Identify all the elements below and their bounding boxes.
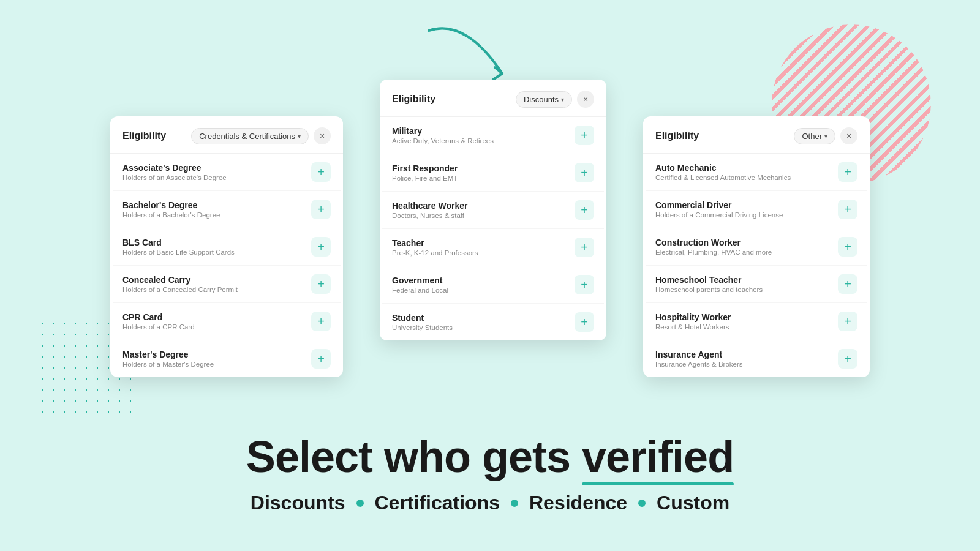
list-item: Healthcare Worker Doctors, Nurses & staf… [382,192,604,229]
item-title: Military [392,126,494,136]
add-item-button[interactable]: + [311,274,331,294]
list-item: Hospitality Worker Resort & Hotel Worker… [646,303,867,340]
item-text: Healthcare Worker Doctors, Nurses & staf… [392,201,467,219]
center-card-body: Military Active Duty, Veterans & Retiree… [380,117,606,340]
main-heading: Select who gets verified [0,432,980,482]
right-card-title: Eligibility [655,130,699,141]
item-title: Auto Mechanic [655,163,791,173]
item-text: CPR Card Holders of a CPR Card [123,312,195,331]
item-subtitle: Holders of a CPR Card [123,323,195,331]
sub-label-certifications: Certifications [375,492,500,514]
left-badge-button[interactable]: Credentials & Certifications ▾ [191,128,309,144]
list-item: Auto Mechanic Certified & Licensed Autom… [646,154,867,191]
right-card-controls: Other ▾ × [794,127,858,144]
center-badge-button[interactable]: Discounts ▾ [516,91,572,108]
item-title: Associate's Degree [123,163,227,173]
right-card-body: Auto Mechanic Certified & Licensed Autom… [643,154,870,377]
center-close-button[interactable]: × [577,91,594,108]
item-title: Concealed Carry [123,275,238,285]
item-title: Commercial Driver [655,200,783,210]
item-title: First Responder [392,163,458,173]
add-item-button[interactable]: + [838,349,858,369]
item-subtitle: Police, Fire and EMT [392,174,458,182]
bottom-area: Select who gets verified DiscountsCertif… [0,432,980,514]
item-text: Concealed Carry Holders of a Concealed C… [123,275,238,293]
list-item: Commercial Driver Holders of a Commercia… [646,191,867,228]
cards-area: Eligibility Credentials & Certifications… [0,80,980,377]
add-item-button[interactable]: + [575,275,594,294]
chevron-down-icon: ▾ [298,133,301,140]
chevron-down-icon: ▾ [561,96,564,103]
item-title: Student [392,313,453,323]
item-text: Teacher Pre-K, K-12 and Professors [392,238,478,257]
add-item-button[interactable]: + [838,274,858,294]
item-subtitle: Federal and Local [392,287,448,294]
right-close-button[interactable]: × [840,127,858,144]
add-item-button[interactable]: + [838,200,858,219]
sub-labels: DiscountsCertificationsResidenceCustom [0,492,980,514]
list-item: Insurance Agent Insurance Agents & Broke… [646,340,867,377]
list-item: BLS Card Holders of Basic Life Support C… [113,228,341,266]
add-item-button[interactable]: + [311,349,331,369]
center-badge-label: Discounts [524,95,559,104]
left-close-button[interactable]: × [314,127,331,144]
center-card-controls: Discounts ▾ × [516,91,594,108]
arrow-decoration [417,24,514,86]
left-card: Eligibility Credentials & Certifications… [110,116,343,377]
item-text: Insurance Agent Insurance Agents & Broke… [655,350,743,368]
item-title: CPR Card [123,312,195,322]
add-item-button[interactable]: + [575,163,594,182]
item-subtitle: Homeschool parents and teachers [655,286,763,293]
item-title: Hospitality Worker [655,312,731,322]
add-item-button[interactable]: + [838,162,858,182]
item-text: BLS Card Holders of Basic Life Support C… [123,238,235,256]
list-item: Concealed Carry Holders of a Concealed C… [113,266,341,303]
add-item-button[interactable]: + [311,200,331,219]
item-title: Healthcare Worker [392,201,467,211]
item-text: Military Active Duty, Veterans & Retiree… [392,126,494,144]
sub-label-custom: Custom [657,492,729,514]
item-subtitle: Certified & Licensed Automotive Mechanic… [655,174,791,181]
list-item: Teacher Pre-K, K-12 and Professors + [382,229,604,266]
add-item-button[interactable]: + [575,126,594,145]
dot-separator [511,500,518,507]
left-badge-label: Credentials & Certifications [199,132,295,141]
add-item-button[interactable]: + [311,237,331,257]
item-subtitle: Electrical, Plumbing, HVAC and more [655,249,772,256]
right-badge-label: Other [802,132,822,141]
sub-label-discounts: Discounts [251,492,345,514]
add-item-button[interactable]: + [575,238,594,257]
item-text: Associate's Degree Holders of an Associa… [123,163,227,181]
add-item-button[interactable]: + [311,162,331,182]
item-text: Commercial Driver Holders of a Commercia… [655,200,783,219]
item-title: Homeschool Teacher [655,275,763,285]
list-item: Government Federal and Local + [382,266,604,304]
item-subtitle: Holders of a Master's Degree [123,361,214,368]
item-title: BLS Card [123,238,235,247]
close-icon: × [846,131,851,141]
add-item-button[interactable]: + [575,312,594,332]
close-icon: × [583,94,588,104]
item-text: First Responder Police, Fire and EMT [392,163,458,182]
right-badge-button[interactable]: Other ▾ [794,128,835,144]
item-title: Bachelor's Degree [123,200,220,210]
add-item-button[interactable]: + [838,237,858,257]
item-title: Government [392,276,448,285]
item-text: Master's Degree Holders of a Master's De… [123,350,214,368]
sub-label-residence: Residence [529,492,627,514]
dot-separator [638,500,646,507]
add-item-button[interactable]: + [311,312,331,331]
left-card-header: Eligibility Credentials & Certifications… [110,116,343,154]
add-item-button[interactable]: + [838,312,858,331]
center-card: Eligibility Discounts ▾ × Military Activ… [380,80,606,340]
item-title: Master's Degree [123,350,214,359]
list-item: Associate's Degree Holders of an Associa… [113,154,341,191]
item-title: Teacher [392,238,478,248]
list-item: Master's Degree Holders of a Master's De… [113,340,341,377]
item-text: Bachelor's Degree Holders of a Bachelor'… [123,200,220,219]
item-subtitle: Holders of a Commercial Driving License [655,211,783,219]
list-item: First Responder Police, Fire and EMT + [382,154,604,192]
list-item: Homeschool Teacher Homeschool parents an… [646,266,867,303]
item-subtitle: University Students [392,324,453,331]
add-item-button[interactable]: + [575,200,594,220]
